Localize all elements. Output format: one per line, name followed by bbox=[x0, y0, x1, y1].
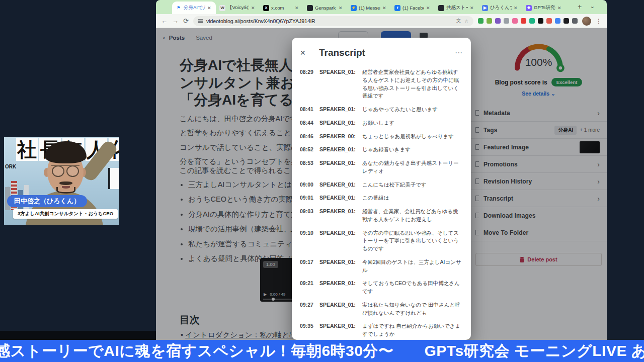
transcript-speaker: SPEAKER_01: bbox=[319, 322, 358, 338]
extension-icon[interactable] bbox=[564, 18, 569, 24]
extension-icon[interactable] bbox=[555, 18, 560, 24]
tab-close-icon[interactable] bbox=[251, 6, 256, 11]
extension-icon[interactable] bbox=[512, 18, 518, 24]
transcript-entry: 09:27 SPEAKER_01: 実は私たち知り合いなので 田中さんと呼び慣れ… bbox=[300, 301, 463, 317]
transcript-timestamp: 09:17 bbox=[300, 258, 315, 275]
transcript-timestamp: 09:03 bbox=[300, 208, 315, 224]
tab-close-icon[interactable] bbox=[207, 6, 212, 11]
transcript-timestamp: 08:53 bbox=[300, 159, 315, 175]
transcript-timestamp: 09:01 bbox=[300, 194, 315, 202]
extension-icon[interactable] bbox=[546, 18, 552, 24]
transcript-timestamp: 09:35 bbox=[300, 322, 315, 338]
transcript-speaker: SPEAKER_01: bbox=[319, 258, 358, 275]
tab-label: ひろくんプロ bbox=[490, 5, 512, 11]
transcript-entry: 09:35 SPEAKER_01: まずはですね 自己紹介からお願いできますでし… bbox=[300, 322, 463, 338]
browser-tab[interactable]: ⚑ 分身AIで人生 bbox=[172, 2, 216, 14]
transcript-speaker: SPEAKER_01: bbox=[319, 181, 358, 189]
tab-favicon: W bbox=[219, 5, 225, 11]
transcript-entry: 08:29 SPEAKER_01: 経営者企業家会社員などあらゆる挑戦する人をゲ… bbox=[300, 68, 463, 100]
tab-close-icon[interactable] bbox=[426, 6, 431, 11]
tab-close-icon[interactable] bbox=[514, 6, 519, 11]
modal-menu-icon[interactable]: ⋯ bbox=[455, 48, 463, 57]
transcript-modal: ✕ Transcript ⋯ 08:29 SPEAKER_01: 経営者企業家会… bbox=[292, 38, 471, 340]
tab-close-icon[interactable] bbox=[470, 6, 475, 11]
tab-favicon bbox=[438, 5, 444, 11]
forward-arrow-icon[interactable]: → bbox=[172, 18, 179, 24]
new-tab-button[interactable]: + bbox=[578, 3, 582, 11]
transcript-speaker: SPEAKER_01: bbox=[319, 280, 358, 296]
transcript-text: あなたの魅力を引き出す共感ストーリーレディオ bbox=[362, 159, 463, 175]
extension-icon[interactable] bbox=[521, 18, 526, 24]
transcript-entry: 08:44 SPEAKER_01: お願いします bbox=[300, 119, 463, 127]
transcript-entry: 08:53 SPEAKER_01: あなたの魅力を引き出す共感ストーリーレディオ bbox=[300, 159, 463, 175]
page-content: ‹ Posts Saved 分身AIで社長無人化 ンサルタント兼お 「分身AIを… bbox=[156, 28, 607, 340]
transcript-entry: 09:21 SPEAKER_01: そしておうちCEOでもある田中博之さんです bbox=[300, 280, 463, 296]
browser-tab[interactable]: 共感ストーリ bbox=[435, 2, 478, 14]
extension-icon[interactable] bbox=[495, 18, 501, 24]
extension-icon[interactable] bbox=[538, 18, 543, 24]
transcript-speaker: SPEAKER_01: bbox=[319, 229, 358, 253]
tab-close-icon[interactable] bbox=[557, 6, 562, 11]
browser-tab[interactable]: W 【Voicy出演】 bbox=[216, 2, 260, 14]
transcript-entry: 08:52 SPEAKER_01: じゃあ録音いきます bbox=[300, 146, 463, 154]
browser-menu-icon[interactable]: ⋮ bbox=[596, 18, 602, 25]
extension-icon[interactable] bbox=[487, 18, 492, 24]
transcript-speaker: SPEAKER_01: bbox=[319, 119, 358, 127]
transcript-speaker: SPEAKER_01: bbox=[319, 208, 358, 224]
transcript-timestamp: 08:44 bbox=[300, 119, 315, 127]
transcript-timestamp: 08:46 bbox=[300, 133, 315, 141]
tab-label: Genspark - bbox=[315, 5, 337, 11]
transcript-text: 今回2回目のゲストは、三方よしAIコンサル bbox=[362, 258, 463, 275]
transcript-entry: 09:00 SPEAKER_01: こんにちは松下紀美子です bbox=[300, 181, 463, 189]
transcript-text: じゃあやってみたいと思います bbox=[362, 106, 463, 114]
close-icon[interactable]: ✕ bbox=[300, 49, 313, 57]
scene-divider bbox=[0, 331, 156, 340]
tab-label: x.com bbox=[271, 5, 293, 11]
tab-favicon: ⚡ bbox=[351, 5, 357, 11]
bookmark-star-icon[interactable]: ☆ bbox=[464, 19, 468, 24]
transcript-speaker: SPEAKER_01: bbox=[319, 301, 358, 317]
transcript-list[interactable]: 08:29 SPEAKER_01: 経営者企業家会社員などあらゆる挑戦する人をゲ… bbox=[300, 68, 463, 340]
extension-icon[interactable] bbox=[478, 18, 484, 24]
browser-tab[interactable]: ▶ ひろくんプロ bbox=[478, 2, 522, 14]
transcript-entry: 09:10 SPEAKER_01: その方の中に眠る思いや強み、そしてストーリー… bbox=[300, 229, 463, 253]
tab-close-icon[interactable] bbox=[382, 6, 387, 11]
transcript-speaker: SPEAKER_01: bbox=[319, 68, 358, 100]
tab-label: (1) Facebook bbox=[403, 5, 424, 11]
tab-close-icon[interactable] bbox=[295, 6, 300, 11]
url-text[interactable]: videotoblog.ai/posts/KrwX4n0Q6YpZYAJ914i… bbox=[206, 18, 453, 24]
browser-tab[interactable]: f (1) Facebook bbox=[391, 2, 435, 14]
tab-favicon: ❖ bbox=[526, 5, 532, 11]
tab-favicon: ⚑ bbox=[176, 5, 182, 11]
tab-favicon: f bbox=[394, 5, 400, 11]
tab-label: (1) Messeng bbox=[359, 5, 380, 11]
extension-icon[interactable] bbox=[572, 18, 578, 24]
address-bar[interactable]: videotoblog.ai/posts/KrwX4n0Q6YpZYAJ914i… bbox=[193, 16, 473, 26]
banner-character: 社 bbox=[16, 138, 38, 161]
tab-close-icon[interactable] bbox=[339, 6, 344, 11]
translate-icon[interactable]: 文 bbox=[456, 18, 461, 24]
transcript-text: 経営者企業家会社員などあらゆる挑戦する人をゲストにお迎えしその方の中に眠る思い強… bbox=[362, 68, 463, 100]
extension-icon[interactable] bbox=[529, 18, 535, 24]
transcript-text: ちょっとじゃあ最初私がしゃべります bbox=[362, 133, 463, 141]
browser-tab[interactable]: ⚡ (1) Messeng bbox=[347, 2, 391, 14]
tab-favicon: X bbox=[263, 5, 269, 11]
site-info-icon[interactable] bbox=[198, 19, 203, 23]
transcript-text: 実は私たち知り合いなので 田中さんと呼び慣れないんですけれども bbox=[362, 301, 463, 317]
extension-icon[interactable] bbox=[504, 18, 509, 24]
transcript-text: その方の中に眠る思いや強み、そしてストーリーを丁寧に引き出していくというものです bbox=[362, 229, 463, 253]
background-text: ORK bbox=[5, 164, 16, 169]
browser-tab[interactable]: ❖ GPTs研究会 bbox=[522, 2, 566, 14]
tab-search-caret-icon[interactable]: ⌄ bbox=[590, 3, 595, 10]
extension-icons bbox=[478, 18, 578, 24]
back-arrow-icon[interactable]: ← bbox=[161, 18, 168, 24]
profile-avatar[interactable] bbox=[582, 17, 591, 26]
modal-title: Transcript bbox=[319, 47, 365, 58]
reload-icon[interactable]: ⟳ bbox=[183, 18, 189, 24]
browser-tab[interactable]: X x.com bbox=[260, 2, 303, 14]
stream-ticker-banner: 感ストーリーでAIに魂を宿すスペシャル！毎朝6時30分〜 GPTs研究会 モーニ… bbox=[0, 340, 644, 362]
browser-tab[interactable]: Genspark - bbox=[303, 2, 347, 14]
transcript-timestamp: 08:41 bbox=[300, 106, 315, 114]
transcript-entry: 09:17 SPEAKER_01: 今回2回目のゲストは、三方よしAIコンサル bbox=[300, 258, 463, 275]
person-beard bbox=[56, 187, 75, 194]
